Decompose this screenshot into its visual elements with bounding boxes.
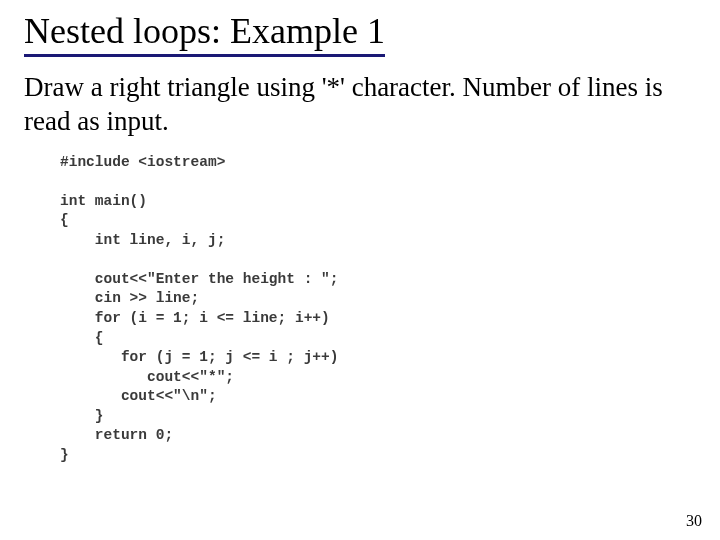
slide-title: Nested loops: Example 1 [24, 10, 385, 57]
code-block: #include <iostream> int main() { int lin… [60, 153, 696, 466]
slide-subtitle: Draw a right triangle using '*' characte… [24, 71, 696, 139]
slide: Nested loops: Example 1 Draw a right tri… [0, 0, 720, 540]
page-number: 30 [686, 512, 702, 530]
